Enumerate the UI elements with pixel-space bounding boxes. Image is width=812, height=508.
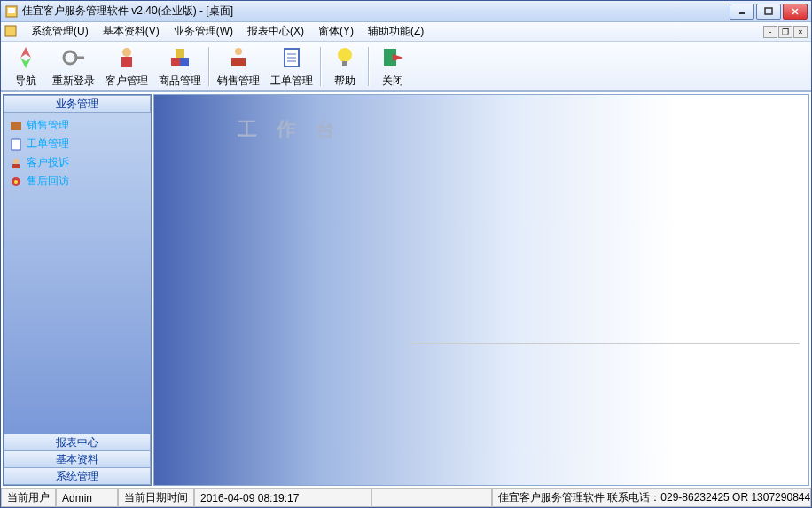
bulb-icon [331, 43, 359, 72]
svg-point-22 [338, 48, 352, 62]
svg-marker-25 [393, 54, 403, 61]
workspace-heading: 工 作 台 [238, 116, 342, 143]
menu-business[interactable]: 业务管理(W) [167, 22, 240, 41]
help-button[interactable]: 帮助 [324, 42, 366, 90]
menu-window[interactable]: 窗体(Y) [311, 22, 361, 41]
mdi-close-button[interactable]: × [793, 26, 808, 38]
sidebar: 业务管理 销售管理 工单管理 客户投诉 售后回访 [3, 94, 152, 486]
maximize-button[interactable] [756, 4, 781, 20]
compass-icon [12, 43, 40, 72]
sidebar-tab-system[interactable]: 系统管理 [4, 467, 151, 485]
menu-reports[interactable]: 报表中心(X) [240, 22, 311, 41]
svg-rect-17 [231, 58, 246, 66]
status-user-value: Admin [56, 488, 118, 507]
complaint-icon [9, 156, 23, 170]
svg-rect-6 [5, 26, 16, 36]
titlebar: 佳宜客户服务管理软件 v2.40(企业版) - [桌面] [1, 1, 811, 22]
tool-label: 客户管理 [105, 74, 148, 89]
sidebar-item-label: 工单管理 [27, 137, 69, 152]
svg-point-28 [13, 159, 19, 164]
svg-point-9 [64, 51, 76, 64]
tool-label: 关闭 [382, 74, 403, 89]
tool-label: 帮助 [334, 74, 355, 89]
sidebar-item-label: 售后回访 [27, 174, 69, 189]
sidebar-header-business[interactable]: 业务管理 [4, 95, 151, 113]
cart-icon [224, 43, 253, 72]
toolbar-separator [208, 47, 210, 86]
sidebar-item-label: 销售管理 [27, 118, 69, 133]
workorder-button[interactable]: 工单管理 [265, 42, 318, 90]
window-close-button[interactable] [783, 4, 808, 20]
menu-basic-data[interactable]: 基本资料(V) [96, 22, 167, 41]
tool-label: 销售管理 [217, 74, 260, 89]
tool-label: 重新登录 [52, 74, 95, 89]
menu-app-icon [4, 25, 19, 39]
sidebar-tab-basicdata[interactable]: 基本资料 [4, 450, 151, 468]
tool-label: 商品管理 [159, 74, 201, 89]
divider-line [410, 343, 800, 344]
svg-marker-7 [20, 47, 31, 58]
workorder-icon [9, 137, 23, 152]
svg-rect-14 [180, 58, 189, 66]
svg-point-11 [122, 48, 131, 57]
tool-label: 工单管理 [270, 74, 313, 89]
status-datetime-value: 2016-04-09 08:19:17 [194, 488, 371, 507]
svg-rect-29 [12, 164, 20, 168]
app-icon [4, 4, 19, 19]
svg-rect-27 [12, 139, 20, 150]
mdi-restore-button[interactable]: ❐ [778, 26, 792, 38]
statusbar: 当前用户 Admin 当前日期时间 2016-04-09 08:19:17 佳宜… [1, 488, 811, 507]
toolbar: 导航 重新登录 客户管理 商品管理 销售管理 工单管理 帮助 [1, 42, 811, 91]
svg-rect-12 [121, 57, 132, 67]
status-spacer [371, 488, 492, 507]
main-desktop: 工 作 台 [153, 94, 809, 486]
status-datetime-label: 当前日期时间 [118, 488, 194, 507]
followup-icon [9, 175, 23, 189]
svg-rect-23 [342, 61, 347, 66]
sales-button[interactable]: 销售管理 [212, 42, 265, 90]
svg-point-16 [235, 48, 242, 55]
person-icon [113, 43, 141, 72]
status-user-label: 当前用户 [1, 488, 56, 507]
app-window: 佳宜客户服务管理软件 v2.40(企业版) - [桌面] 系统管理(U) 基本资… [0, 0, 812, 508]
toolbar-separator [368, 47, 370, 86]
boxes-icon [166, 43, 194, 72]
close-button[interactable]: 关闭 [371, 42, 414, 90]
sidebar-item-label: 客户投诉 [27, 155, 69, 170]
menubar: 系统管理(U) 基本资料(V) 业务管理(W) 报表中心(X) 窗体(Y) 辅助… [1, 22, 811, 42]
customer-button[interactable]: 客户管理 [100, 42, 153, 90]
svg-rect-13 [171, 58, 180, 66]
menu-aux[interactable]: 辅助功能(Z) [361, 22, 431, 41]
svg-rect-1 [8, 8, 15, 13]
document-icon [277, 43, 306, 72]
svg-rect-3 [765, 8, 772, 14]
svg-point-31 [14, 180, 18, 184]
svg-rect-15 [176, 49, 184, 58]
svg-rect-26 [11, 122, 21, 130]
sidebar-item-followup[interactable]: 售后回访 [5, 172, 149, 191]
toolbar-separator [320, 47, 322, 86]
body-area: 业务管理 销售管理 工单管理 客户投诉 售后回访 [1, 91, 811, 488]
svg-marker-8 [20, 58, 31, 68]
product-button[interactable]: 商品管理 [153, 42, 207, 90]
window-title: 佳宜客户服务管理软件 v2.40(企业版) - [桌面] [22, 4, 730, 19]
key-icon [59, 43, 88, 72]
nav-button[interactable]: 导航 [4, 42, 47, 90]
menu-system[interactable]: 系统管理(U) [24, 22, 96, 41]
status-contact: 佳宜客户服务管理软件 联系电话：029-86232425 OR 13072908… [492, 488, 811, 507]
sidebar-item-workorder[interactable]: 工单管理 [5, 135, 149, 153]
sidebar-tab-reports[interactable]: 报表中心 [4, 434, 151, 451]
minimize-button[interactable] [730, 4, 754, 20]
sales-icon [9, 119, 23, 133]
relogin-button[interactable]: 重新登录 [47, 42, 100, 90]
sidebar-item-sales[interactable]: 销售管理 [5, 116, 149, 135]
tool-label: 导航 [15, 74, 36, 89]
sidebar-item-complaint[interactable]: 客户投诉 [5, 153, 149, 172]
mdi-minimize-button[interactable]: - [763, 26, 777, 38]
exit-icon [379, 43, 407, 72]
sidebar-content: 销售管理 工单管理 客户投诉 售后回访 [4, 113, 151, 434]
